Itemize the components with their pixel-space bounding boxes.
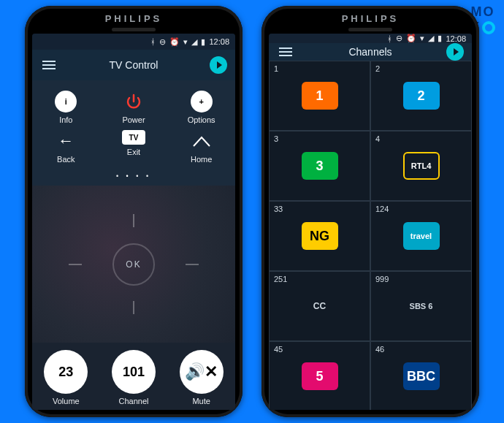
channel-number: 3: [274, 134, 278, 143]
phone-left: PHILIPS ᚼ ⊖ ⏰ ▾ ◢ ▮ 12:08 TV Control i I…: [25, 6, 243, 417]
channel-button[interactable]: 101 Channel: [100, 350, 168, 405]
wifi-icon: ▾: [183, 37, 188, 47]
info-button[interactable]: i Info: [32, 88, 100, 127]
bluetooth-icon: ᚼ: [387, 34, 392, 43]
mute-icon: 🔊✕: [180, 350, 224, 394]
channel-cell[interactable]: 4RTL4: [370, 131, 472, 201]
tv-icon: TV: [122, 130, 145, 145]
play-button[interactable]: [446, 43, 465, 61]
info-label: Info: [59, 115, 72, 124]
channel-logo: RTL4: [403, 152, 440, 180]
screen-channels: ᚼ ⊖ ⏰ ▾ ◢ ▮ 12:08 Channels 1122334RTL433…: [269, 34, 472, 410]
signal-icon: ◢: [428, 34, 434, 43]
dnd-icon: ⊖: [159, 37, 166, 47]
alarm-icon: ⏰: [169, 37, 180, 47]
options-button[interactable]: + Options: [167, 88, 235, 127]
phone-speaker: [112, 28, 156, 31]
home-button[interactable]: Home: [167, 127, 235, 167]
dpad-ok[interactable]: OK: [112, 243, 155, 286]
exit-label: Exit: [127, 148, 140, 156]
app-bar: Channels: [269, 43, 472, 61]
alarm-icon: ⏰: [406, 34, 416, 43]
screen-title: TV Control: [58, 59, 209, 71]
power-button[interactable]: Power: [100, 88, 168, 127]
watermark-o-icon: [482, 21, 495, 34]
status-bar: ᚼ ⊖ ⏰ ▾ ◢ ▮ 12:08: [269, 34, 472, 43]
channel-number: 4: [375, 134, 380, 143]
play-button[interactable]: [209, 56, 228, 74]
dpad-left[interactable]: [69, 264, 82, 265]
battery-icon: ▮: [438, 34, 442, 43]
volume-button[interactable]: 23 Volume: [32, 350, 100, 405]
hamburger-icon: [279, 51, 292, 53]
clock: 12:08: [446, 34, 466, 43]
dnd-icon: ⊖: [396, 34, 402, 43]
mute-label: Mute: [192, 397, 210, 405]
channel-value: 101: [112, 350, 156, 394]
channel-logo: SBS 6: [403, 292, 440, 320]
dpad-right[interactable]: [186, 264, 199, 265]
back-label: Back: [57, 155, 75, 164]
mute-button[interactable]: 🔊✕ Mute: [167, 350, 235, 405]
action-grid: i Info Power + Options ← Back: [32, 80, 235, 171]
channel-number: 999: [375, 275, 389, 283]
menu-button[interactable]: [39, 64, 58, 66]
dpad[interactable]: OK: [32, 186, 235, 343]
bluetooth-icon: ᚼ: [150, 37, 156, 46]
volume-value: 23: [44, 350, 88, 394]
info-icon: i: [55, 91, 77, 113]
page-indicator: • • • •: [32, 171, 235, 186]
wifi-icon: ▾: [420, 34, 424, 43]
channel-logo: BBC: [403, 362, 440, 390]
channel-cell[interactable]: 46BBC: [370, 341, 472, 410]
channel-cell[interactable]: 22: [370, 61, 472, 131]
play-icon: [210, 56, 227, 74]
dpad-down[interactable]: [133, 301, 134, 314]
channel-logo: 2: [403, 82, 440, 110]
channel-logo: 5: [302, 362, 338, 390]
arrow-left-icon: ←: [55, 130, 77, 152]
channel-number: 251: [274, 275, 287, 283]
options-label: Options: [188, 115, 215, 124]
power-icon: [123, 91, 145, 113]
channel-cell[interactable]: 251CC: [269, 271, 370, 341]
channel-logo: 3: [302, 152, 338, 180]
channel-number: 45: [274, 345, 283, 354]
signal-icon: ◢: [191, 37, 197, 47]
channel-logo: 1: [302, 82, 338, 110]
volume-label: Volume: [53, 397, 80, 405]
channel-cell[interactable]: 455: [269, 341, 370, 410]
channel-number: 2: [375, 64, 380, 73]
app-bar: TV Control: [32, 50, 235, 80]
channel-logo: travel: [403, 222, 440, 250]
channel-cell[interactable]: 33: [269, 131, 370, 201]
channel-cell[interactable]: 11: [269, 61, 370, 131]
home-label: Home: [191, 155, 212, 164]
channel-number: 1: [274, 64, 278, 73]
status-bar: ᚼ ⊖ ⏰ ▾ ◢ ▮ 12:08: [32, 34, 235, 50]
phone-speaker: [348, 28, 392, 31]
phone-right: PHILIPS ᚼ ⊖ ⏰ ▾ ◢ ▮ 12:08 Channels 11223…: [261, 6, 479, 417]
hamburger-icon: [42, 64, 56, 66]
channel-number: 46: [375, 345, 384, 354]
channel-label: Channel: [119, 397, 149, 405]
plus-icon: +: [191, 91, 213, 113]
phone-brand: PHILIPS: [25, 13, 243, 24]
channel-cell[interactable]: 999SBS 6: [370, 271, 472, 341]
channel-cell[interactable]: 124travel: [370, 201, 472, 271]
channel-grid: 1122334RTL433NG124travel251CC999SBS 6455…: [269, 61, 472, 410]
play-icon: [446, 43, 464, 61]
home-icon: [191, 130, 213, 152]
screen-title: Channels: [295, 46, 446, 58]
screen-tv-control: ᚼ ⊖ ⏰ ▾ ◢ ▮ 12:08 TV Control i Info: [32, 34, 235, 410]
menu-button[interactable]: [276, 51, 295, 53]
clock: 12:08: [209, 37, 229, 46]
channel-logo: CC: [302, 292, 338, 320]
exit-button[interactable]: TV Exit: [100, 127, 168, 167]
back-button[interactable]: ← Back: [32, 127, 100, 167]
dpad-up[interactable]: [133, 214, 134, 227]
phone-brand: PHILIPS: [261, 13, 479, 24]
channel-cell[interactable]: 33NG: [269, 201, 370, 271]
power-label: Power: [122, 115, 145, 124]
channel-number: 124: [375, 205, 389, 213]
